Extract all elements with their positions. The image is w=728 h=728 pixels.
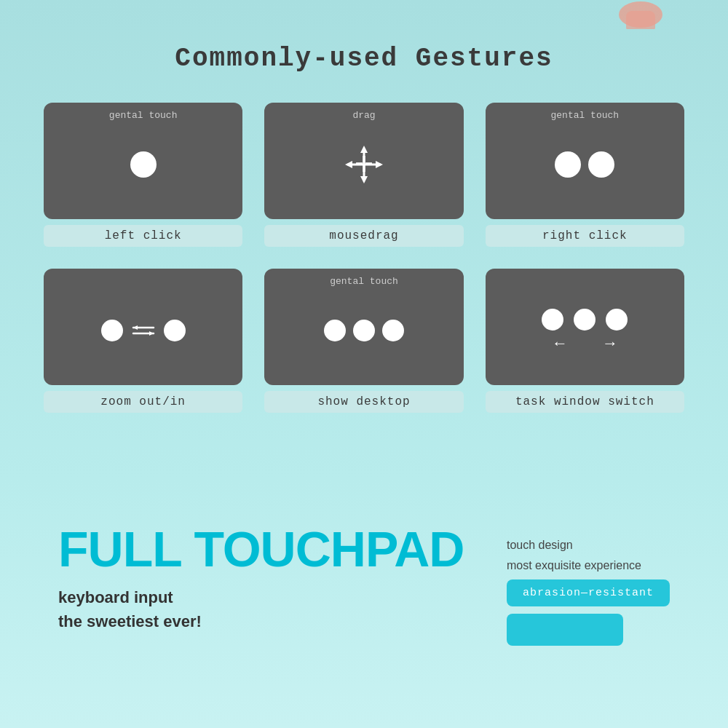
gesture-item-mousedrag: drag ✛ mousedrag xyxy=(264,103,463,247)
zoom-arrows-icon xyxy=(130,322,157,339)
left-arrow-icon: ← xyxy=(555,335,564,353)
gesture-card-show-desktop: gental touch xyxy=(264,269,463,385)
left-click-top-label: gental touch xyxy=(44,110,242,121)
right-arrow-icon: → xyxy=(605,335,614,353)
task-dot1-icon xyxy=(542,309,563,331)
single-dot-icon xyxy=(130,151,157,178)
gestures-grid: gental touch left click drag ✛ xyxy=(0,103,728,413)
left-click-visual xyxy=(130,151,157,178)
left-click-label: left click xyxy=(44,225,242,247)
gesture-card-right-click: gental touch xyxy=(486,103,684,219)
right-click-top-label: gental touch xyxy=(486,110,684,121)
subtitle-text: keyboard input the sweetiest ever! xyxy=(58,585,507,633)
drag-arrow-icon xyxy=(342,143,386,186)
top-section: Commonly-used Gestures gental touch left… xyxy=(0,0,728,480)
task-switch-label: task window switch xyxy=(486,391,684,413)
show-desktop-label: show desktop xyxy=(264,391,463,413)
zoom-dot-right-icon xyxy=(164,320,186,341)
feature-line2: most exquisite experience xyxy=(507,559,641,572)
desktop-dot1-icon xyxy=(324,320,346,341)
task-switch-arrows: ← → xyxy=(552,335,617,353)
feature-line1: touch design xyxy=(507,539,573,552)
right-click-dot2-icon xyxy=(588,151,614,178)
show-desktop-top-label: gental touch xyxy=(264,276,463,287)
hand-decoration xyxy=(612,0,670,29)
bottom-left: FULL TOUCHPAD keyboard input the sweetie… xyxy=(58,524,507,633)
show-desktop-visual xyxy=(324,320,404,341)
subtitle-line1: keyboard input xyxy=(58,585,507,609)
gesture-item-task-switch: ← → task window switch xyxy=(486,269,684,413)
zoom-visual xyxy=(101,320,186,341)
second-badge xyxy=(507,614,623,646)
task-switch-visual: ← → xyxy=(542,309,628,353)
subtitle-line2: the sweetiest ever! xyxy=(58,609,507,633)
desktop-dot2-icon xyxy=(353,320,375,341)
gesture-item-zoom: zoom out/in xyxy=(44,269,242,413)
svg-rect-1 xyxy=(626,11,655,29)
gesture-item-right-click: gental touch right click xyxy=(486,103,684,247)
desktop-dot3-icon xyxy=(382,320,404,341)
right-click-visual xyxy=(555,151,614,178)
gesture-item-show-desktop: gental touch show desktop xyxy=(264,269,463,413)
section-title: Commonly-used Gestures xyxy=(175,44,553,74)
abrasion-resistant-badge: abrasion—resistant xyxy=(507,579,670,606)
right-click-dot1-icon xyxy=(555,151,581,178)
svg-marker-4 xyxy=(360,146,368,153)
task-dot2-icon xyxy=(574,309,596,331)
gesture-card-task-switch: ← → xyxy=(486,269,684,385)
gesture-card-zoom xyxy=(44,269,242,385)
task-dot3-icon xyxy=(606,309,628,331)
mousedrag-label: mousedrag xyxy=(264,225,463,247)
zoom-dot-left-icon xyxy=(101,320,123,341)
right-click-label: right click xyxy=(486,225,684,247)
task-switch-dots xyxy=(542,309,628,331)
bottom-right: touch design most exquisite experience a… xyxy=(507,524,670,646)
gesture-card-left-click: gental touch xyxy=(44,103,242,219)
svg-marker-7 xyxy=(376,161,383,168)
svg-marker-9 xyxy=(133,325,138,330)
fullpad-title: FULL TOUCHPAD xyxy=(58,524,507,574)
gesture-card-mousedrag: drag ✛ xyxy=(264,103,463,219)
bottom-section: FULL TOUCHPAD keyboard input the sweetie… xyxy=(0,480,728,728)
zoom-label: zoom out/in xyxy=(44,391,242,413)
svg-marker-6 xyxy=(345,161,352,168)
svg-marker-11 xyxy=(149,331,154,336)
svg-marker-5 xyxy=(360,176,368,183)
gesture-item-left-click: gental touch left click xyxy=(44,103,242,247)
